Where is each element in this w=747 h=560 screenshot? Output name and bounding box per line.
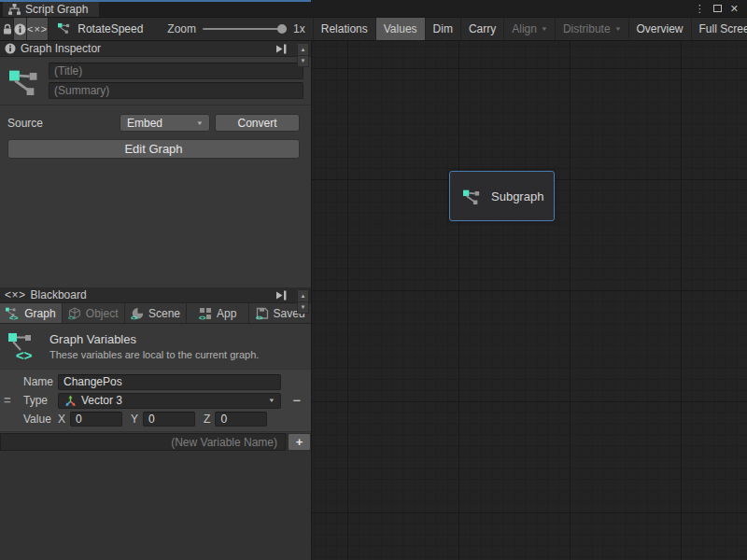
chevron-down-icon: ▼ xyxy=(614,26,622,32)
source-label: Source xyxy=(7,117,120,130)
scroll-down-icon[interactable]: ▼ xyxy=(298,302,308,314)
panel-scroll-arrows[interactable]: ▲ ▼ xyxy=(297,289,309,314)
variable-name-input[interactable] xyxy=(58,374,281,390)
graph-canvas[interactable]: Subgraph xyxy=(312,41,747,560)
panel-scroll-arrows[interactable]: ▲ ▼ xyxy=(297,43,309,67)
window-menu-icon[interactable]: ⋮ xyxy=(695,3,705,15)
edit-graph-button[interactable]: Edit Graph xyxy=(7,139,300,159)
variable-value-row: Value X Y Z xyxy=(0,410,311,428)
summary-field[interactable] xyxy=(49,82,303,99)
breadcrumb[interactable]: RotateSpeed xyxy=(49,18,152,40)
x-axis-label: X xyxy=(58,413,65,426)
script-graph-icon xyxy=(8,4,21,15)
source-dropdown[interactable]: Embed ▼ xyxy=(120,114,210,132)
graph-inspector-header: Graph Inspector ▲ ▼ xyxy=(0,41,311,57)
toolbar-button-carry[interactable]: Carry xyxy=(460,18,503,40)
drag-handle-icon[interactable]: = xyxy=(4,393,11,407)
inspector-toggle-button[interactable] xyxy=(14,18,27,40)
window-controls: ⋮ ✕ xyxy=(695,0,747,17)
info-icon xyxy=(5,43,16,54)
tab-scene[interactable]: <> Scene xyxy=(125,303,188,323)
convert-button[interactable]: Convert xyxy=(215,114,300,132)
graph-variables-icon: <> xyxy=(4,330,41,362)
panel-title: Blackboard xyxy=(31,288,87,301)
zoom-label: Zoom xyxy=(167,22,196,35)
svg-text:<>: <> xyxy=(68,315,76,320)
save-icon: <> xyxy=(256,307,269,320)
remove-variable-button[interactable]: − xyxy=(289,392,305,407)
toolbar-button-fullscreen[interactable]: Full Screen xyxy=(691,18,747,40)
svg-text:<>: <> xyxy=(256,315,263,320)
type-dropdown[interactable]: Vector 3 ▼ xyxy=(58,393,281,409)
y-value-input[interactable] xyxy=(143,412,195,427)
focus-indicator-line xyxy=(0,0,311,2)
svg-text:<>: <> xyxy=(16,347,33,362)
vector3-icon xyxy=(64,395,77,407)
y-axis-label: Y xyxy=(131,413,138,426)
breadcrumb-label: RotateSpeed xyxy=(78,22,143,35)
zoom-value: 1x xyxy=(293,22,305,35)
graph-variables-section: <> Graph Variables These variables are l… xyxy=(0,324,311,369)
script-graph-window: Script Graph ⋮ ✕ xyxy=(0,0,747,560)
z-axis-label: Z xyxy=(204,413,210,426)
variable-type-row: = Type Ve xyxy=(0,391,311,410)
graph-icon xyxy=(463,188,481,205)
x-value-input[interactable] xyxy=(70,412,122,427)
blackboard-tabs: <> Graph <> Object xyxy=(0,303,311,324)
zoom-slider-thumb[interactable] xyxy=(277,24,287,34)
blackboard-toggle-button[interactable]: <×> xyxy=(27,18,49,40)
toolbar-button-relations[interactable]: Relations xyxy=(313,18,375,40)
toolbar-button-align[interactable]: Align ▼ xyxy=(503,18,555,40)
tab-script-graph[interactable]: Script Graph xyxy=(3,2,99,17)
lock-icon xyxy=(2,23,13,35)
maximize-icon[interactable] xyxy=(713,5,722,12)
tab-strip: Script Graph ⋮ ✕ xyxy=(0,0,747,17)
chevron-down-icon: ▼ xyxy=(196,120,204,126)
subgraph-node[interactable]: Subgraph xyxy=(449,171,555,221)
scroll-down-icon[interactable]: ▼ xyxy=(298,56,308,67)
new-variable-row: + xyxy=(0,433,311,451)
toolbar-button-dim[interactable]: Dim xyxy=(425,18,460,40)
new-variable-input[interactable] xyxy=(0,433,286,451)
name-label: Name xyxy=(23,375,58,388)
panel-empty-area xyxy=(0,451,311,560)
zoom-slider[interactable] xyxy=(203,28,287,30)
graph-icon xyxy=(58,21,73,36)
panel-spacer xyxy=(0,159,311,287)
app-icon: <> xyxy=(199,307,212,320)
variable-name-row: Name xyxy=(0,372,311,391)
side-panel: Graph Inspector ▲ ▼ xyxy=(0,41,312,560)
toolbar-button-values[interactable]: Values xyxy=(375,18,425,40)
svg-text:<>: <> xyxy=(131,315,138,320)
tab-graph[interactable]: <> Graph xyxy=(0,303,63,323)
toolbar-buttons: Relations Values Dim Carry Align ▼ Distr… xyxy=(313,18,747,40)
section-subtitle: These variables are local to the current… xyxy=(49,349,259,360)
graph-toolbar: <×> RotateSpeed Zoom 1x Relations Values… xyxy=(0,17,747,41)
chevron-down-icon: ▼ xyxy=(541,26,548,32)
dock-panel-icon[interactable] xyxy=(275,44,288,54)
dock-panel-icon[interactable] xyxy=(275,290,288,301)
cube-icon: <> xyxy=(68,307,81,320)
svg-text:<>: <> xyxy=(9,314,19,321)
lock-button[interactable] xyxy=(2,18,14,40)
variable-row: Name = Type xyxy=(0,369,311,432)
node-label: Subgraph xyxy=(491,189,543,203)
blackboard-header: <×> Blackboard ▲ ▼ xyxy=(0,287,311,303)
blackboard-icon: <×> xyxy=(5,288,26,301)
type-label: Type xyxy=(23,394,58,407)
value-label: Value xyxy=(23,413,58,426)
info-icon xyxy=(14,23,26,35)
zoom-control: Zoom 1x xyxy=(167,18,304,40)
tab-object[interactable]: <> Object xyxy=(63,303,125,323)
title-field[interactable] xyxy=(49,63,303,79)
scroll-up-icon[interactable]: ▲ xyxy=(298,290,308,302)
z-value-input[interactable] xyxy=(215,412,267,427)
scroll-up-icon[interactable]: ▲ xyxy=(298,44,308,56)
close-icon[interactable]: ✕ xyxy=(730,3,739,15)
source-row: Source Embed ▼ Convert xyxy=(7,114,300,132)
tab-app[interactable]: <> App xyxy=(187,303,249,323)
toolbar-button-overview[interactable]: Overview xyxy=(628,18,691,40)
toolbar-button-distribute[interactable]: Distribute ▼ xyxy=(555,18,628,40)
add-variable-button[interactable]: + xyxy=(288,433,311,451)
scene-icon: <> xyxy=(131,307,144,320)
